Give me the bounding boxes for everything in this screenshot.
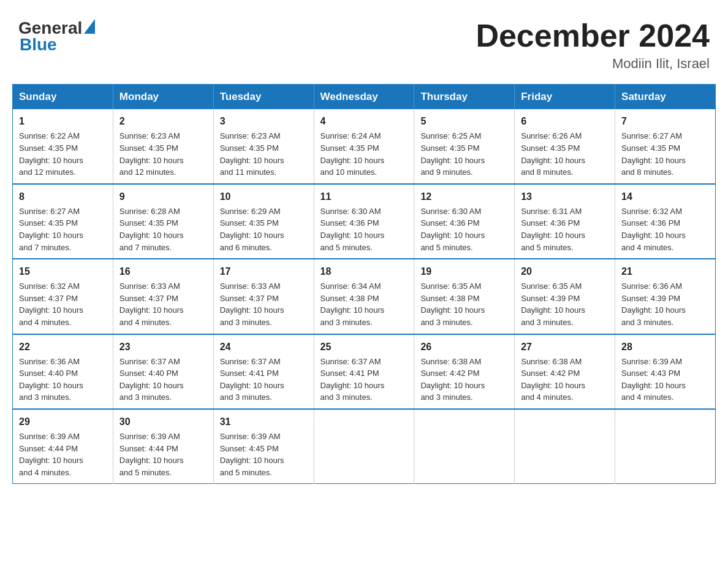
day-number: 14 — [621, 190, 709, 204]
calendar-week-row: 22 Sunrise: 6:36 AMSunset: 4:40 PMDaylig… — [13, 334, 716, 409]
calendar-week-row: 8 Sunrise: 6:27 AMSunset: 4:35 PMDayligh… — [13, 184, 716, 259]
day-info: Sunrise: 6:23 AMSunset: 4:35 PMDaylight:… — [220, 131, 284, 177]
day-info: Sunrise: 6:26 AMSunset: 4:35 PMDaylight:… — [521, 131, 585, 177]
day-info: Sunrise: 6:39 AMSunset: 4:44 PMDaylight:… — [119, 432, 184, 477]
day-number: 18 — [320, 264, 408, 278]
calendar-day-cell: 28 Sunrise: 6:39 AMSunset: 4:43 PMDaylig… — [615, 334, 716, 409]
day-info: Sunrise: 6:39 AMSunset: 4:43 PMDaylight:… — [621, 357, 686, 402]
day-info: Sunrise: 6:31 AMSunset: 4:36 PMDaylight:… — [521, 207, 585, 252]
day-info: Sunrise: 6:39 AMSunset: 4:45 PMDaylight:… — [220, 432, 284, 477]
calendar-day-cell — [615, 409, 716, 484]
logo-triangle-icon — [84, 19, 95, 34]
calendar-day-cell: 5 Sunrise: 6:25 AMSunset: 4:35 PMDayligh… — [414, 109, 515, 183]
weekday-header-saturday: Saturday — [615, 85, 716, 110]
day-number: 5 — [420, 114, 508, 128]
day-number: 15 — [19, 264, 107, 278]
day-number: 30 — [119, 415, 207, 429]
day-info: Sunrise: 6:37 AMSunset: 4:40 PMDaylight:… — [119, 357, 184, 402]
day-number: 13 — [521, 190, 609, 204]
day-info: Sunrise: 6:34 AMSunset: 4:38 PMDaylight:… — [320, 282, 385, 327]
calendar-day-cell: 31 Sunrise: 6:39 AMSunset: 4:45 PMDaylig… — [213, 409, 314, 484]
calendar-day-cell: 20 Sunrise: 6:35 AMSunset: 4:39 PMDaylig… — [515, 259, 615, 334]
day-number: 11 — [320, 190, 408, 204]
logo: General Blue — [18, 18, 95, 55]
location-subtitle: Modiin Ilit, Israel — [476, 56, 710, 72]
calendar-day-cell: 14 Sunrise: 6:32 AMSunset: 4:36 PMDaylig… — [615, 184, 716, 259]
calendar-week-row: 1 Sunrise: 6:22 AMSunset: 4:35 PMDayligh… — [13, 109, 716, 183]
day-number: 2 — [119, 114, 207, 128]
calendar-day-cell: 24 Sunrise: 6:37 AMSunset: 4:41 PMDaylig… — [213, 334, 314, 409]
day-info: Sunrise: 6:32 AMSunset: 4:36 PMDaylight:… — [621, 207, 686, 252]
calendar-day-cell: 27 Sunrise: 6:38 AMSunset: 4:42 PMDaylig… — [515, 334, 615, 409]
weekday-header-thursday: Thursday — [414, 85, 515, 110]
day-number: 1 — [19, 114, 107, 128]
day-number: 22 — [19, 340, 107, 354]
day-info: Sunrise: 6:22 AMSunset: 4:35 PMDaylight:… — [19, 131, 83, 177]
calendar-day-cell: 15 Sunrise: 6:32 AMSunset: 4:37 PMDaylig… — [13, 259, 113, 334]
weekday-header-tuesday: Tuesday — [213, 85, 314, 110]
day-info: Sunrise: 6:24 AMSunset: 4:35 PMDaylight:… — [320, 131, 385, 177]
day-info: Sunrise: 6:39 AMSunset: 4:44 PMDaylight:… — [19, 432, 83, 477]
calendar-day-cell: 2 Sunrise: 6:23 AMSunset: 4:35 PMDayligh… — [113, 109, 213, 183]
day-number: 19 — [420, 264, 508, 278]
weekday-header-friday: Friday — [515, 85, 615, 110]
calendar-day-cell: 8 Sunrise: 6:27 AMSunset: 4:35 PMDayligh… — [13, 184, 113, 259]
calendar-day-cell — [414, 409, 515, 484]
calendar-day-cell: 6 Sunrise: 6:26 AMSunset: 4:35 PMDayligh… — [515, 109, 615, 183]
day-number: 29 — [19, 415, 107, 429]
day-number: 4 — [320, 114, 408, 128]
day-info: Sunrise: 6:28 AMSunset: 4:35 PMDaylight:… — [119, 207, 184, 252]
calendar-day-cell: 25 Sunrise: 6:37 AMSunset: 4:41 PMDaylig… — [314, 334, 414, 409]
day-number: 28 — [621, 340, 709, 354]
calendar-day-cell: 11 Sunrise: 6:30 AMSunset: 4:36 PMDaylig… — [314, 184, 414, 259]
day-info: Sunrise: 6:27 AMSunset: 4:35 PMDaylight:… — [621, 131, 686, 177]
day-info: Sunrise: 6:33 AMSunset: 4:37 PMDaylight:… — [119, 282, 184, 327]
day-number: 6 — [521, 114, 609, 128]
calendar-day-cell: 16 Sunrise: 6:33 AMSunset: 4:37 PMDaylig… — [113, 259, 213, 334]
weekday-header-wednesday: Wednesday — [314, 85, 414, 110]
day-number: 27 — [521, 340, 609, 354]
calendar-day-cell: 4 Sunrise: 6:24 AMSunset: 4:35 PMDayligh… — [314, 109, 414, 183]
day-number: 24 — [220, 340, 308, 354]
calendar-week-row: 29 Sunrise: 6:39 AMSunset: 4:44 PMDaylig… — [13, 409, 716, 484]
page-header: General Blue December 2024 Modiin Ilit, … — [12, 12, 716, 72]
calendar-day-cell: 23 Sunrise: 6:37 AMSunset: 4:40 PMDaylig… — [113, 334, 213, 409]
calendar-day-cell — [515, 409, 615, 484]
calendar-day-cell: 13 Sunrise: 6:31 AMSunset: 4:36 PMDaylig… — [515, 184, 615, 259]
calendar-day-cell: 10 Sunrise: 6:29 AMSunset: 4:35 PMDaylig… — [213, 184, 314, 259]
day-info: Sunrise: 6:36 AMSunset: 4:40 PMDaylight:… — [19, 357, 83, 402]
day-info: Sunrise: 6:23 AMSunset: 4:35 PMDaylight:… — [119, 131, 184, 177]
weekday-header-row: SundayMondayTuesdayWednesdayThursdayFrid… — [13, 85, 716, 110]
calendar-day-cell: 26 Sunrise: 6:38 AMSunset: 4:42 PMDaylig… — [414, 334, 515, 409]
calendar-day-cell: 17 Sunrise: 6:33 AMSunset: 4:37 PMDaylig… — [213, 259, 314, 334]
day-number: 21 — [621, 264, 709, 278]
day-info: Sunrise: 6:35 AMSunset: 4:38 PMDaylight:… — [420, 282, 485, 327]
calendar-day-cell: 12 Sunrise: 6:30 AMSunset: 4:36 PMDaylig… — [414, 184, 515, 259]
day-info: Sunrise: 6:30 AMSunset: 4:36 PMDaylight:… — [320, 207, 385, 252]
calendar-day-cell: 21 Sunrise: 6:36 AMSunset: 4:39 PMDaylig… — [615, 259, 716, 334]
day-number: 31 — [220, 415, 308, 429]
day-info: Sunrise: 6:27 AMSunset: 4:35 PMDaylight:… — [19, 207, 83, 252]
calendar-day-cell: 7 Sunrise: 6:27 AMSunset: 4:35 PMDayligh… — [615, 109, 716, 183]
calendar-day-cell — [314, 409, 414, 484]
day-info: Sunrise: 6:37 AMSunset: 4:41 PMDaylight:… — [220, 357, 284, 402]
day-number: 10 — [220, 190, 308, 204]
calendar-day-cell: 22 Sunrise: 6:36 AMSunset: 4:40 PMDaylig… — [13, 334, 113, 409]
day-info: Sunrise: 6:32 AMSunset: 4:37 PMDaylight:… — [19, 282, 83, 327]
calendar-day-cell: 29 Sunrise: 6:39 AMSunset: 4:44 PMDaylig… — [13, 409, 113, 484]
day-info: Sunrise: 6:25 AMSunset: 4:35 PMDaylight:… — [420, 131, 485, 177]
day-info: Sunrise: 6:33 AMSunset: 4:37 PMDaylight:… — [220, 282, 284, 327]
logo-blue-text: Blue — [18, 35, 95, 55]
day-number: 9 — [119, 190, 207, 204]
day-info: Sunrise: 6:30 AMSunset: 4:36 PMDaylight:… — [420, 207, 485, 252]
calendar-day-cell: 30 Sunrise: 6:39 AMSunset: 4:44 PMDaylig… — [113, 409, 213, 484]
day-number: 7 — [621, 114, 709, 128]
day-number: 20 — [521, 264, 609, 278]
day-number: 8 — [19, 190, 107, 204]
day-number: 25 — [320, 340, 408, 354]
day-info: Sunrise: 6:38 AMSunset: 4:42 PMDaylight:… — [521, 357, 585, 402]
weekday-header-monday: Monday — [113, 85, 213, 110]
day-number: 26 — [420, 340, 508, 354]
day-number: 12 — [420, 190, 508, 204]
weekday-header-sunday: Sunday — [13, 85, 113, 110]
